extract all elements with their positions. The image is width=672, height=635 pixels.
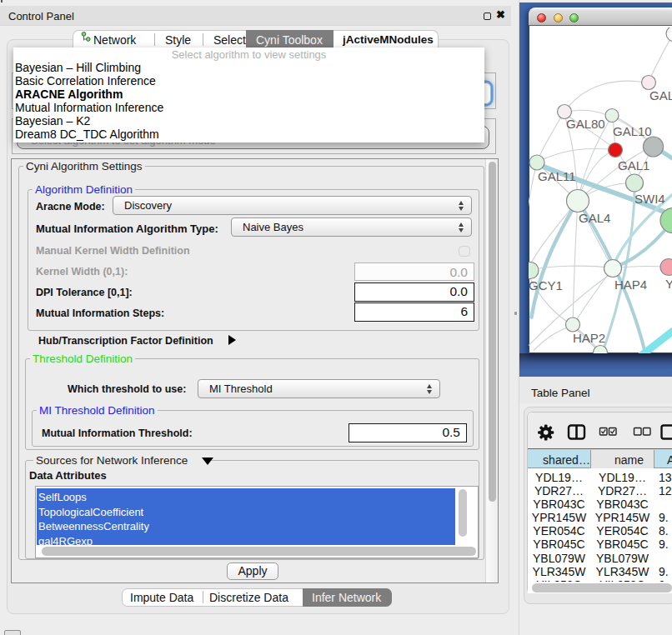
svg-text:GAL10: GAL10 bbox=[613, 123, 652, 138]
svg-text:GAL80: GAL80 bbox=[566, 116, 605, 130]
svg-text:GAL1: GAL1 bbox=[618, 158, 649, 172]
svg-text:GAL4: GAL4 bbox=[579, 210, 610, 224]
svg-text:GCY1: GCY1 bbox=[529, 278, 563, 292]
svg-text:GAL11: GAL11 bbox=[538, 168, 576, 182]
svg-text:GAL: GAL bbox=[649, 88, 672, 102]
svg-text:HAP4: HAP4 bbox=[614, 277, 647, 291]
svg-text:HAP2: HAP2 bbox=[573, 330, 605, 344]
svg-text:Y: Y bbox=[665, 277, 672, 291]
svg-text:SWI4: SWI4 bbox=[634, 191, 665, 205]
